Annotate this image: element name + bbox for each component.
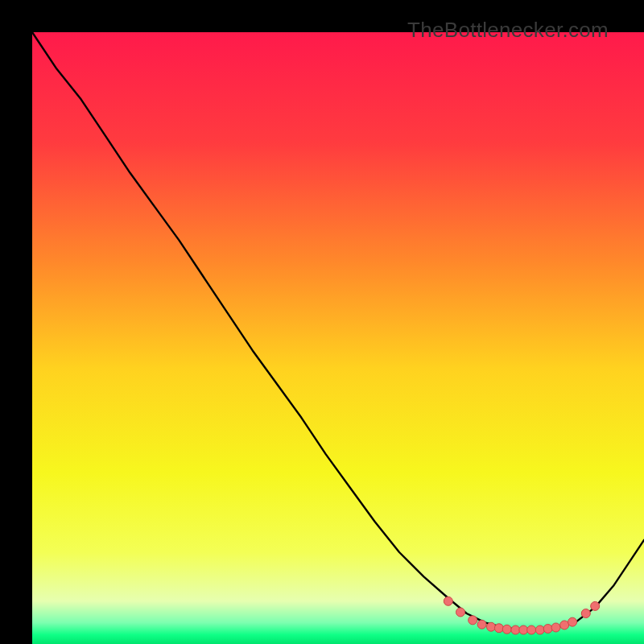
recommended-point (591, 601, 600, 610)
recommended-point (527, 625, 536, 634)
recommended-point (551, 623, 560, 632)
recommended-point (502, 625, 511, 634)
recommended-point (444, 597, 452, 605)
recommended-point (568, 617, 577, 626)
recommended-point (456, 608, 465, 617)
recommended-point (581, 609, 590, 618)
recommended-point (469, 616, 477, 625)
bottleneck-chart (32, 32, 644, 644)
watermark-text: TheBottlenecker.com (407, 18, 609, 43)
recommended-point (535, 625, 544, 634)
recommended-point (494, 624, 503, 633)
recommended-point (477, 620, 486, 629)
recommended-point (487, 622, 496, 631)
chart-frame: TheBottlenecker.com (16, 16, 628, 628)
recommended-point (511, 625, 520, 634)
gradient-background (32, 32, 644, 644)
recommended-point (543, 625, 552, 634)
recommended-point (519, 625, 528, 634)
recommended-point (560, 621, 569, 630)
